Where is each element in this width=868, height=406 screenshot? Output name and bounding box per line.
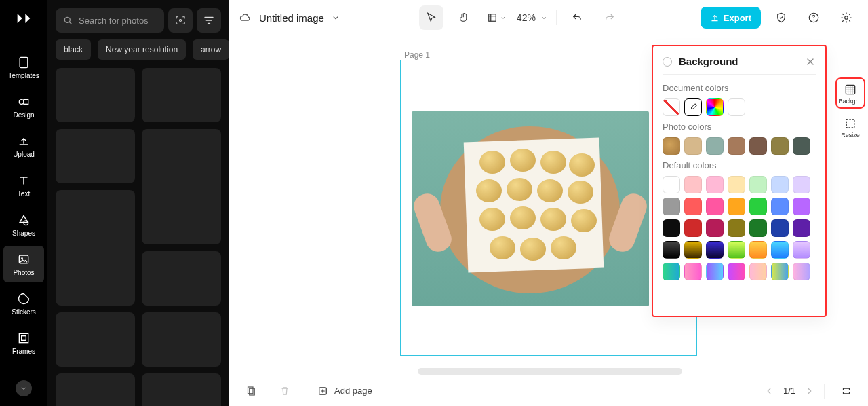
photo-color-swatch[interactable] (663, 137, 680, 155)
default-color-swatch[interactable] (749, 198, 767, 215)
settings-icon-button[interactable] (834, 5, 859, 30)
default-color-swatch[interactable] (749, 176, 767, 193)
resize-tool[interactable]: Resize (835, 113, 865, 141)
gradient-color-swatch[interactable] (793, 241, 810, 259)
default-color-swatch[interactable] (793, 219, 810, 237)
no-color-swatch[interactable] (663, 98, 680, 116)
horizontal-scrollbar[interactable] (418, 368, 682, 375)
nav-stickers[interactable]: Stickers (3, 285, 44, 322)
tag-chip[interactable]: black (56, 39, 91, 60)
default-color-swatch[interactable] (793, 176, 810, 193)
gradient-color-swatch[interactable] (793, 263, 810, 280)
color-picker-swatch[interactable] (706, 98, 724, 116)
photo-thumb[interactable] (56, 190, 135, 306)
gradient-color-swatch[interactable] (728, 241, 745, 259)
app-logo[interactable] (14, 8, 34, 29)
gradient-color-swatch[interactable] (706, 241, 724, 259)
photo-thumb[interactable] (56, 68, 135, 122)
layers-icon-button[interactable] (834, 379, 859, 403)
zoom-control[interactable]: 42% (517, 12, 548, 23)
nav-frames[interactable]: Frames (3, 325, 44, 361)
add-page-button[interactable]: Add page (317, 385, 372, 397)
svg-point-3 (24, 220, 28, 225)
photo-color-swatch[interactable] (706, 137, 724, 155)
photo-color-swatch[interactable] (684, 137, 702, 155)
photo-color-swatch[interactable] (771, 137, 789, 155)
filter-icon-button[interactable] (197, 8, 221, 33)
canvas-viewport[interactable]: Page 1 (229, 35, 868, 375)
nav-shapes[interactable]: Shapes (3, 206, 44, 243)
gradient-color-swatch[interactable] (728, 263, 745, 280)
export-button[interactable]: Export (701, 7, 761, 29)
default-color-swatch[interactable] (771, 198, 789, 215)
chevron-left-icon[interactable] (764, 386, 774, 396)
photo-color-swatch[interactable] (793, 137, 810, 155)
gradient-color-swatch[interactable] (771, 241, 789, 259)
gradient-color-swatch[interactable] (749, 241, 767, 259)
delete-page-icon[interactable] (273, 379, 297, 403)
close-icon[interactable] (805, 56, 816, 67)
chevron-down-icon[interactable] (331, 13, 340, 22)
default-color-swatch[interactable] (728, 198, 745, 215)
gradient-color-swatch[interactable] (706, 263, 724, 280)
nav-upload[interactable]: Upload (3, 128, 44, 164)
collapse-nav-button[interactable] (16, 380, 32, 396)
nav-text[interactable]: Text (3, 167, 44, 204)
default-color-swatch[interactable] (728, 176, 745, 193)
document-color-swatch[interactable] (728, 98, 745, 116)
crop-tool[interactable] (484, 5, 509, 30)
photo-thumb[interactable] (142, 373, 221, 406)
default-color-swatch[interactable] (663, 198, 680, 215)
default-color-swatch[interactable] (706, 176, 724, 193)
select-tool[interactable] (419, 5, 443, 30)
photo-thumb[interactable] (56, 373, 135, 406)
search-input[interactable]: Search for photos (56, 8, 164, 33)
top-toolbar: Untitled image 42% Export (229, 0, 868, 35)
gradient-color-swatch[interactable] (771, 263, 789, 280)
nav-templates[interactable]: Templates (3, 49, 44, 86)
gradient-color-swatch[interactable] (663, 241, 680, 259)
photo-color-swatch[interactable] (728, 137, 745, 155)
photo-thumb[interactable] (142, 312, 221, 367)
gradient-color-swatch[interactable] (663, 263, 680, 280)
gradient-color-swatch[interactable] (684, 241, 702, 259)
gradient-color-swatch[interactable] (684, 263, 702, 280)
undo-button[interactable] (565, 5, 589, 30)
redo-button[interactable] (597, 5, 622, 30)
eyedropper-swatch[interactable] (684, 98, 702, 116)
photo-color-swatch[interactable] (749, 137, 767, 155)
photo-thumb[interactable] (56, 129, 135, 183)
right-rail: Backgr... Resize (833, 71, 868, 141)
hand-tool[interactable] (452, 5, 476, 30)
default-color-swatch[interactable] (749, 219, 767, 237)
nav-photos[interactable]: Photos (3, 246, 44, 282)
document-title[interactable]: Untitled image (259, 12, 324, 24)
help-icon-button[interactable] (802, 5, 826, 30)
tag-chip[interactable]: New year resolution (98, 39, 186, 60)
default-color-swatch[interactable] (684, 176, 702, 193)
default-color-swatch[interactable] (684, 198, 702, 215)
shield-icon-button[interactable] (769, 5, 793, 30)
default-color-swatch[interactable] (793, 198, 810, 215)
selected-photo[interactable] (412, 111, 649, 306)
default-color-swatch[interactable] (663, 219, 680, 237)
gradient-color-swatch[interactable] (749, 263, 767, 280)
photo-thumb[interactable] (142, 251, 221, 306)
photo-thumb[interactable] (142, 129, 221, 244)
default-color-swatch[interactable] (706, 198, 724, 215)
photo-thumb[interactable] (56, 312, 135, 367)
section-label: Document colors (663, 83, 816, 93)
default-color-swatch[interactable] (706, 219, 724, 237)
scan-icon-button[interactable] (168, 8, 193, 33)
default-color-swatch[interactable] (663, 176, 680, 193)
duplicate-page-icon[interactable] (239, 379, 263, 403)
chevron-right-icon[interactable] (805, 386, 814, 396)
tag-chip[interactable]: arrow (193, 39, 229, 60)
default-color-swatch[interactable] (728, 219, 745, 237)
background-tool[interactable]: Backgr... (835, 77, 865, 109)
default-color-swatch[interactable] (771, 219, 789, 237)
default-color-swatch[interactable] (771, 176, 789, 193)
photo-thumb[interactable] (142, 68, 221, 122)
default-color-swatch[interactable] (684, 219, 702, 237)
nav-design[interactable]: Design (3, 88, 44, 125)
